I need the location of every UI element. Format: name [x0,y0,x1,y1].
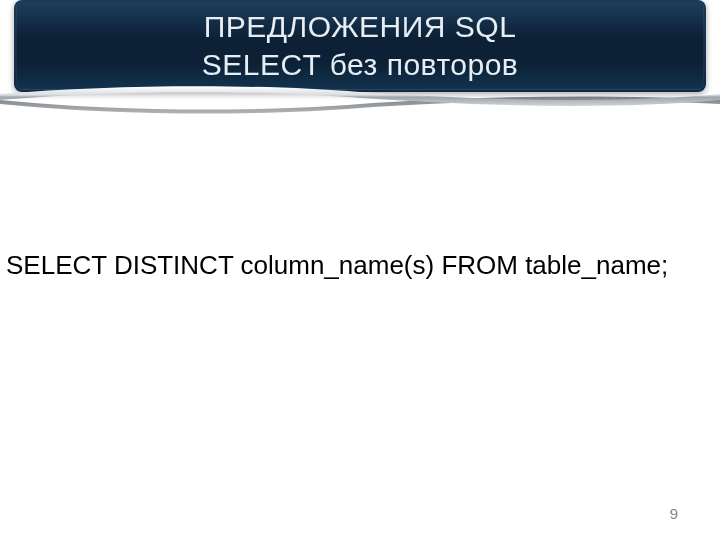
title-line-1: ПРЕДЛОЖЕНИЯ SQL [204,10,517,43]
slide-title: ПРЕДЛОЖЕНИЯ SQL SELECT без повторов [0,8,720,83]
page-number: 9 [670,505,678,522]
title-line-2: SELECT без повторов [202,48,519,81]
title-banner: ПРЕДЛОЖЕНИЯ SQL SELECT без повторов [0,0,720,110]
sql-statement: SELECT DISTINCT column_name(s) FROM tabl… [6,250,714,281]
